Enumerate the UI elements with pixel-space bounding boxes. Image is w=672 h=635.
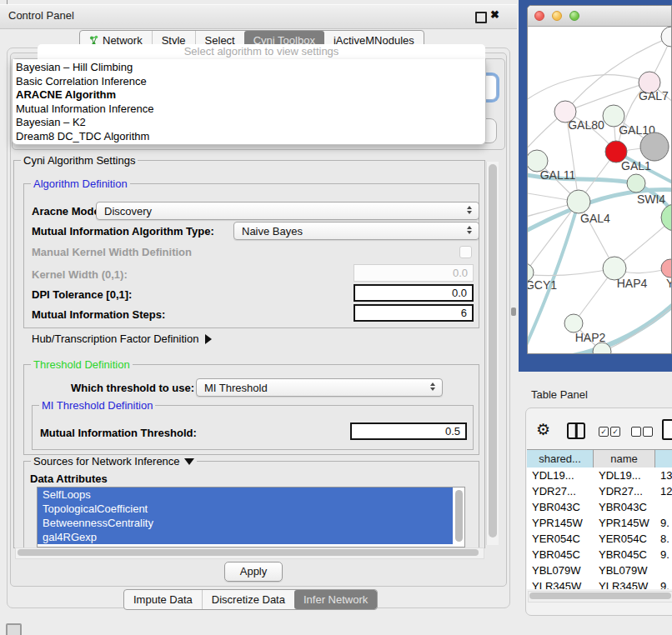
attribute-option-topologicalcoefficient[interactable]: TopologicalCoefficient: [38, 502, 453, 516]
checked-box-icon[interactable]: ✓: [610, 427, 620, 437]
table-cell: [655, 562, 672, 578]
dpi-tolerance-value: 0.0: [452, 287, 467, 299]
scrollbar-thumb[interactable]: [455, 490, 463, 542]
close-panel-icon[interactable]: ✖: [490, 8, 499, 21]
algorithm-option-basic-correlation-inference[interactable]: Basic Correlation Inference: [13, 75, 485, 89]
attributes-scrollbar[interactable]: [455, 489, 464, 544]
data-attributes-list[interactable]: SelfLoopsTopologicalCoefficientBetweenne…: [37, 487, 465, 548]
node-top[interactable]: [661, 27, 672, 47]
algorithm-option-dream8-dc-tdc-algorithm[interactable]: Dream8 DC_TDC Algorithm: [13, 130, 485, 144]
table-row[interactable]: YLR345WYLR345W9.: [527, 578, 672, 589]
unchecked-box-icon[interactable]: [631, 427, 641, 437]
table-cell: YBR045C: [594, 547, 655, 562]
table-cell: YPR145W: [594, 515, 655, 531]
node-gray-node[interactable]: [640, 132, 669, 161]
node-green-right[interactable]: [661, 204, 672, 231]
tab-label: Discretize Data: [212, 593, 285, 606]
table-cell: YLR345W: [527, 578, 594, 589]
zoom-button[interactable]: [569, 11, 579, 21]
settings-vertical-scrollbar[interactable]: [486, 162, 499, 545]
algorithm-combo-placeholder[interactable]: Select algorithm to view settings: [38, 44, 485, 59]
tab-label: Impute Data: [133, 593, 193, 606]
settings-horizontal-scrollbar[interactable]: [15, 548, 484, 559]
column-header-name[interactable]: name: [594, 450, 655, 468]
dpi-tolerance-label: DPI Tolerance [0,1]:: [32, 288, 132, 301]
table-row[interactable]: YER054CYER054C8.: [527, 531, 672, 547]
collapse-arrow-icon: [184, 458, 194, 465]
sources-title[interactable]: Sources for Network Inference: [31, 455, 197, 468]
algorithm-option-mutual-information-inference[interactable]: Mutual Information Inference: [13, 102, 485, 117]
node-label-hap4: HAP4: [617, 277, 648, 290]
algorithm-option-bayesian-hill-climbing[interactable]: Bayesian – Hill Climbing: [13, 61, 485, 75]
node-gal4[interactable]: [567, 190, 590, 213]
algorithm-option-bayesian-k2[interactable]: Bayesian – K2: [13, 116, 485, 130]
attribute-option-selfloops[interactable]: SelfLoops: [38, 488, 453, 502]
table-cell: YBL079W: [594, 562, 655, 578]
table-cell: YBR043C: [527, 499, 594, 515]
float-panel-icon[interactable]: [475, 12, 487, 23]
algorithm-option-aracne-algorithm[interactable]: ARACNE Algorithm: [13, 88, 485, 102]
table-rows: YDL19...YDL19...13YDR27...YDR27...12YBR0…: [527, 468, 672, 589]
stepper-arrows-icon: [467, 226, 472, 234]
manual-kernel-width-label: Manual Kernel Width Definition: [32, 246, 192, 258]
column-header-shared[interactable]: shared...: [527, 450, 594, 468]
node-hap2[interactable]: [564, 314, 583, 332]
aracne-mode-combo[interactable]: Discovery: [96, 202, 479, 220]
table-cell: YER054C: [527, 531, 594, 547]
node-swi4[interactable]: [627, 174, 645, 192]
apply-button[interactable]: Apply: [224, 562, 283, 582]
settings-gear-icon[interactable]: ⚙: [536, 420, 550, 439]
scrollbar-thumb[interactable]: [529, 592, 671, 599]
table-cell: 8.: [655, 531, 672, 547]
scrollbar-thumb[interactable]: [18, 549, 479, 556]
checked-box-icon[interactable]: ✓: [599, 427, 609, 437]
mi-algorithm-type-combo[interactable]: Naive Bayes: [233, 222, 479, 240]
table-cell: YDR27...: [594, 483, 655, 499]
dpi-tolerance-field[interactable]: 0.0: [354, 284, 474, 302]
table-cell: 13: [655, 468, 672, 483]
table-horizontal-scrollbar[interactable]: [528, 591, 672, 602]
node-label-gal11: GAL11: [540, 168, 576, 182]
table-row[interactable]: YBR045CYBR045C9.: [527, 547, 672, 562]
settings-box-title: Cyni Algorithm Settings: [21, 154, 138, 167]
minimize-button[interactable]: [552, 11, 562, 21]
attribute-option-gal4rgexp[interactable]: gal4RGexp: [38, 530, 453, 544]
pane-splitter-handle[interactable]: [511, 308, 516, 316]
tab-infer-network[interactable]: Infer Network: [294, 590, 377, 609]
manual-kernel-width-checkbox[interactable]: [459, 246, 472, 258]
network-window-frame: GAL7GAL80GAL10GAL1GAL11SWI4GAL4GCY1HAP4Y…: [519, 0, 672, 372]
mi-algorithm-type-label: Mutual Information Algorithm Type:: [32, 225, 214, 238]
aracne-mode-value: Discovery: [104, 205, 152, 218]
hub-definition-expander[interactable]: Hub/Transcription Factor Definition: [32, 332, 212, 345]
table-cell: YBL079W: [527, 562, 594, 578]
dock-panel-icon[interactable]: [6, 623, 22, 635]
network-window-titlebar[interactable]: [528, 6, 671, 27]
mi-threshold-field[interactable]: 0.5: [350, 422, 467, 440]
tab-impute-data[interactable]: Impute Data: [124, 590, 202, 609]
column-header-col2[interactable]: [655, 450, 672, 468]
table-row[interactable]: YBR043CYBR043C: [527, 499, 672, 515]
control-panel-header: Control Panel ✖: [0, 4, 517, 29]
tab-discretize-data[interactable]: Discretize Data: [202, 590, 294, 609]
table-row[interactable]: YDR27...YDR27...12: [527, 483, 672, 499]
split-view-icon[interactable]: [567, 422, 585, 439]
expand-arrow-icon: [205, 334, 212, 344]
unchecked-box-icon[interactable]: [643, 427, 653, 437]
node-label-gal80: GAL80: [568, 118, 604, 132]
which-threshold-combo[interactable]: MI Threshold: [196, 378, 443, 397]
tab-label: Infer Network: [303, 593, 368, 606]
table-row[interactable]: YPR145WYPR145W9.: [527, 515, 672, 531]
scrollbar-thumb[interactable]: [489, 164, 497, 538]
kernel-width-field[interactable]: 0.0: [354, 264, 474, 282]
attribute-option-betweennesscentrality[interactable]: BetweennessCentrality: [38, 516, 453, 530]
network-canvas[interactable]: GAL7GAL80GAL10GAL1GAL11SWI4GAL4GCY1HAP4Y…: [528, 26, 672, 354]
mi-steps-value: 6: [461, 307, 467, 319]
mi-steps-field[interactable]: 6: [354, 304, 474, 322]
table-cell: YDR27...: [527, 483, 594, 499]
table-row[interactable]: YDL19...YDL19...13: [527, 468, 672, 483]
close-button[interactable]: [534, 11, 544, 21]
document-icon[interactable]: [662, 419, 672, 440]
table-cell: YPR145W: [527, 515, 594, 531]
node-salmon[interactable]: [661, 259, 672, 278]
table-row[interactable]: YBL079WYBL079W: [527, 562, 672, 578]
